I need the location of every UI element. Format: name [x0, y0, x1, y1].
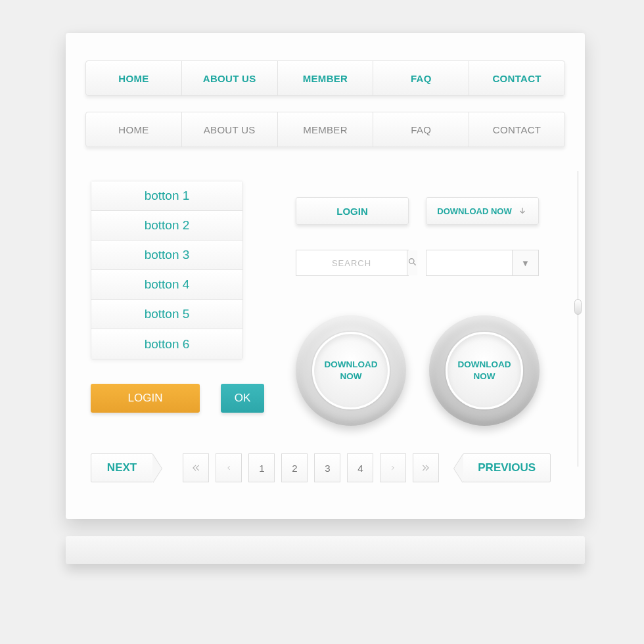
scrollbar-thumb[interactable] [574, 299, 582, 315]
nav-contact[interactable]: CONTACT [469, 61, 564, 95]
dropdown-select[interactable]: ▼ [426, 250, 539, 276]
nav2-faq[interactable]: FAQ [373, 112, 469, 147]
download-button[interactable]: DOWNLOAD NOW [426, 197, 539, 225]
nav-home[interactable]: HOME [86, 61, 182, 95]
next-button[interactable]: NEXT [91, 453, 153, 482]
dropdown-value [426, 250, 512, 275]
chevron-down-icon: ▼ [512, 250, 538, 275]
vertical-button-list: botton 1 botton 2 botton 3 botton 4 bott… [91, 181, 243, 359]
pager-first-icon[interactable] [183, 453, 209, 482]
nav2-about[interactable]: ABOUT US [182, 112, 278, 147]
page-2[interactable]: 2 [281, 453, 308, 482]
search-button[interactable] [407, 250, 417, 275]
vbutton-2[interactable]: botton 2 [91, 211, 242, 241]
nav2-member[interactable]: MEMBER [278, 112, 374, 147]
round-download-label-2: DOWNLOADNOW [446, 332, 523, 409]
svg-point-0 [409, 258, 415, 264]
round-download-button-2[interactable]: DOWNLOADNOW [429, 315, 540, 426]
vbutton-1[interactable]: botton 1 [91, 181, 242, 211]
pager-last-icon[interactable] [413, 453, 439, 482]
search-icon [407, 257, 417, 269]
ui-kit-panel: HOME ABOUT US MEMBER FAQ CONTACT HOME AB… [66, 33, 585, 519]
login-button[interactable]: LOGIN [296, 197, 409, 225]
nav2-home[interactable]: HOME [86, 112, 182, 147]
pager-prev-icon[interactable] [216, 453, 242, 482]
nav-member[interactable]: MEMBER [278, 61, 374, 95]
teal-ok-button[interactable]: OK [221, 384, 264, 413]
download-button-label: DOWNLOAD NOW [437, 206, 511, 216]
previous-button[interactable]: PREVIOUS [463, 453, 551, 482]
download-arrow-icon [517, 206, 528, 216]
page-1[interactable]: 1 [248, 453, 275, 482]
navbar-secondary: HOME ABOUT US MEMBER FAQ CONTACT [85, 112, 565, 147]
page-3[interactable]: 3 [314, 453, 340, 482]
pager-next-icon[interactable] [380, 453, 406, 482]
orange-login-button[interactable]: LOGIN [91, 384, 200, 413]
nav-about[interactable]: ABOUT US [182, 61, 278, 95]
round-download-label-1: DOWNLOADNOW [312, 332, 390, 409]
footer-bar [66, 536, 585, 564]
page-4[interactable]: 4 [347, 453, 373, 482]
scrollbar-track [578, 171, 578, 467]
vbutton-6[interactable]: botton 6 [91, 329, 242, 359]
nav2-contact[interactable]: CONTACT [469, 112, 564, 147]
round-download-button-1[interactable]: DOWNLOADNOW [296, 315, 406, 426]
vbutton-3[interactable]: botton 3 [91, 241, 242, 270]
vbutton-5[interactable]: botton 5 [91, 300, 242, 329]
nav-faq[interactable]: FAQ [373, 61, 469, 95]
pagination: NEXT 1 2 3 4 PREVIOUS [91, 453, 551, 482]
navbar-primary: HOME ABOUT US MEMBER FAQ CONTACT [85, 60, 565, 96]
vbutton-4[interactable]: botton 4 [91, 270, 242, 300]
search-box [296, 250, 409, 276]
search-input[interactable] [296, 250, 407, 275]
